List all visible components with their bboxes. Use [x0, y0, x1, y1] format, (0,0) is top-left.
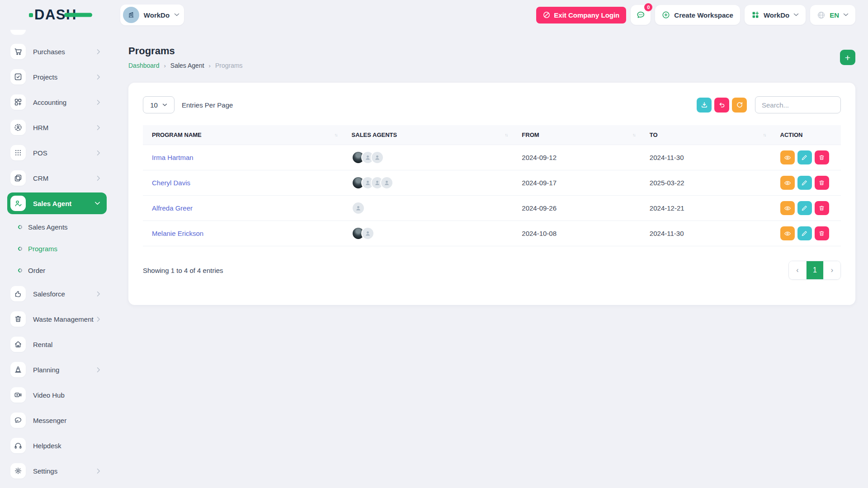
sidebar-item-planning[interactable]: Planning — [0, 357, 108, 382]
column-header-action: ACTION — [771, 125, 841, 145]
sort-icon: ↑↓ — [505, 132, 507, 137]
sidebar-item-purchases[interactable]: Purchases — [0, 39, 108, 64]
breadcrumb-sales-agent[interactable]: Sales Agent — [170, 62, 204, 69]
agent-placeholder-avatar — [380, 176, 393, 189]
pencil-icon — [801, 230, 808, 237]
column-header-to[interactable]: ↑↓ TO — [641, 125, 771, 145]
program-name-link[interactable]: Melanie Erickson — [152, 230, 203, 237]
topbar: DASH WorkDo Exit Company Login 0 — [0, 0, 868, 30]
sidebar-item-crm[interactable]: CRM — [0, 165, 108, 191]
trash-icon — [10, 311, 26, 327]
edit-button[interactable] — [797, 176, 812, 190]
exit-company-login-button[interactable]: Exit Company Login — [536, 7, 626, 23]
sidebar: Purchases Projects Accounting HRM — [0, 30, 108, 483]
pagination-prev[interactable]: ‹ — [789, 261, 806, 279]
sidebar-item-rental[interactable]: Rental — [0, 332, 108, 357]
sidebar-subitem-sales-agents[interactable]: Sales Agents — [0, 216, 108, 238]
cart-icon — [10, 44, 26, 59]
sidebar-item-messenger[interactable]: Messenger — [0, 408, 108, 433]
program-name-link[interactable]: Cheryl Davis — [152, 179, 190, 187]
sidebar-subitem-order[interactable]: Order — [0, 259, 108, 281]
sidebar-item-sales-agent[interactable]: Sales Agent — [7, 192, 107, 214]
messages-button[interactable]: 0 — [631, 5, 651, 25]
logo-dash-icon — [64, 13, 92, 17]
chevron-right-icon — [97, 49, 100, 55]
globe-icon — [817, 11, 826, 19]
home-icon — [10, 337, 26, 352]
sidebar-item-accounting[interactable]: Accounting — [0, 89, 108, 115]
sidebar-item-salesforce[interactable]: Salesforce — [0, 281, 108, 306]
refresh-button[interactable] — [732, 98, 747, 113]
sort-icon: ↑↓ — [632, 132, 635, 137]
from-date: 2024-09-12 — [513, 145, 641, 170]
program-name-link[interactable]: Irma Hartman — [152, 154, 193, 161]
undo-icon — [718, 101, 726, 108]
export-button[interactable] — [697, 98, 712, 113]
chevron-down-icon — [94, 202, 100, 205]
agents-avatar-stack — [352, 227, 508, 240]
program-name-link[interactable]: Alfreda Greer — [152, 204, 193, 212]
sidebar-item-video-hub[interactable]: Video Hub — [0, 382, 108, 408]
chevron-down-icon — [174, 13, 179, 17]
create-workspace-button[interactable]: Create Workspace — [655, 5, 740, 25]
add-program-button[interactable]: + — [840, 50, 855, 65]
to-date: 2024-12-21 — [641, 196, 771, 221]
delete-button[interactable] — [815, 150, 829, 164]
chevron-right-icon — [97, 316, 100, 322]
delete-button[interactable] — [815, 176, 829, 190]
edit-button[interactable] — [797, 226, 812, 240]
view-button[interactable] — [780, 201, 795, 215]
pagination-page-1[interactable]: 1 — [806, 261, 823, 279]
sidebar-item-settings[interactable]: Settings — [0, 458, 108, 483]
grid-plus-icon — [10, 94, 26, 110]
from-date: 2024-10-08 — [513, 221, 641, 246]
workspace-label: WorkDo — [144, 11, 170, 19]
cards-icon — [10, 170, 26, 186]
slash-circle-icon — [543, 11, 550, 19]
trash-icon — [818, 154, 825, 161]
chevron-right-icon — [97, 125, 100, 131]
agents-avatar-stack — [352, 151, 508, 164]
language-selector[interactable]: EN — [810, 5, 855, 25]
agents-avatar-stack — [352, 176, 508, 189]
column-header-program-name[interactable]: ↑↓ PROGRAM NAME — [143, 125, 343, 145]
edit-button[interactable] — [797, 201, 812, 215]
column-header-sales-agents[interactable]: ↑↓ SALES AGENTS — [343, 125, 513, 145]
sidebar-item-waste-management[interactable]: Waste Management — [0, 306, 108, 332]
column-header-from[interactable]: ↑↓ FROM — [513, 125, 641, 145]
delete-button[interactable] — [815, 226, 829, 240]
person-icon — [374, 179, 381, 186]
pencil-icon — [801, 154, 808, 161]
entries-per-page-select[interactable]: 10 — [143, 96, 175, 113]
view-button[interactable] — [780, 226, 795, 240]
breadcrumb: Dashboard › Sales Agent › Programs — [128, 62, 243, 69]
view-button[interactable] — [780, 176, 795, 190]
sidebar-item-hrm[interactable]: HRM — [0, 115, 108, 140]
sidebar-item-projects[interactable]: Projects — [0, 64, 108, 89]
agent-placeholder-avatar — [352, 202, 365, 215]
undo-button[interactable] — [714, 98, 729, 113]
to-date: 2024-11-30 — [641, 221, 771, 246]
pagination-next[interactable]: › — [823, 261, 840, 279]
workspace-switcher[interactable]: WorkDo — [120, 5, 184, 25]
app-logo[interactable]: DASH — [29, 7, 77, 23]
chevron-right-icon — [97, 367, 100, 373]
sidebar-subitem-programs[interactable]: Programs — [0, 238, 108, 259]
dots-grid-icon — [10, 145, 26, 160]
entries-summary: Showing 1 to 4 of 4 entries — [143, 267, 223, 274]
sort-icon: ↑↓ — [335, 132, 337, 137]
view-button[interactable] — [780, 150, 795, 164]
breadcrumb-dashboard[interactable]: Dashboard — [128, 62, 160, 69]
search-input[interactable] — [755, 96, 841, 113]
thumbs-up-icon — [10, 286, 26, 301]
workdo-app-menu[interactable]: WorkDo — [745, 5, 806, 25]
sort-icon: ↑↓ — [763, 132, 766, 137]
delete-button[interactable] — [815, 201, 829, 215]
logo-dot-icon — [29, 13, 33, 17]
edit-button[interactable] — [797, 150, 812, 164]
gear-icon — [10, 463, 26, 479]
trash-icon — [818, 179, 825, 186]
trash-icon — [818, 205, 825, 211]
sidebar-item-pos[interactable]: POS — [0, 140, 108, 165]
sidebar-item-helpdesk[interactable]: Helpdesk — [0, 433, 108, 458]
